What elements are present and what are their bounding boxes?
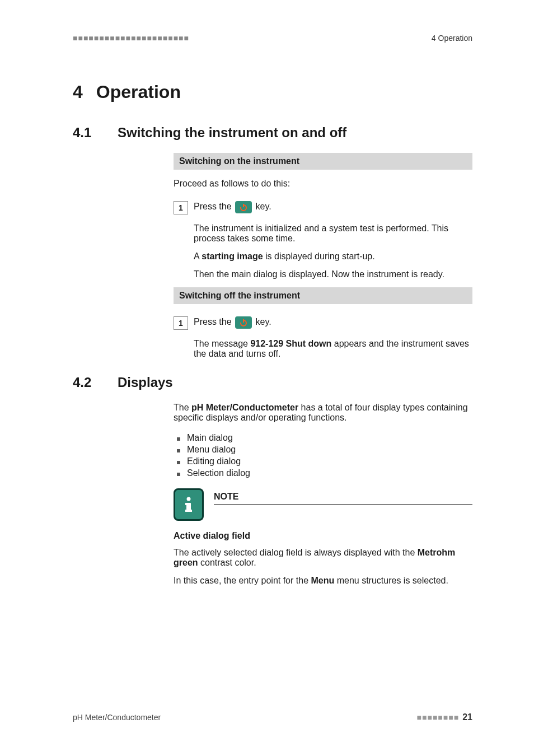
text-span: The message <box>194 339 250 348</box>
header-running-title: 4 Operation <box>432 34 472 43</box>
step-number-badge: 1 <box>174 201 188 214</box>
note-title: NOTE <box>214 492 472 502</box>
note-subhead: Active dialog field <box>174 531 472 541</box>
list-item: Main dialog <box>174 433 472 443</box>
switch-off-result-p1: The message 912-129 Shut down appears an… <box>194 339 472 359</box>
svg-point-4 <box>187 497 191 501</box>
step-text-post: key. <box>253 317 271 326</box>
switch-off-result: The message 912-129 Shut down appears an… <box>194 339 472 359</box>
list-item: Selection dialog <box>174 468 472 478</box>
svg-rect-6 <box>185 503 189 505</box>
step-text-post: key. <box>253 202 271 211</box>
bold-span: pH Meter/Conductometer <box>191 403 298 412</box>
note-paragraph-1: The actively selected dialog field is al… <box>174 548 472 568</box>
section-4-1-heading: 4.1Switching the instrument on and off <box>73 125 472 141</box>
section-title: Displays <box>118 375 173 390</box>
section-4-2-heading: 4.2Displays <box>73 375 472 390</box>
text-span: The actively selected dialog field is al… <box>174 548 418 557</box>
chapter-heading: 4Operation <box>73 82 472 102</box>
note-paragraph-2: In this case, the entry point for the Me… <box>174 576 472 586</box>
running-header: ■■■■■■■■■■■■■■■■■■■■■■ 4 Operation <box>73 34 472 43</box>
page-footer: pH Meter/Conductometer ■■■■■■■■ 21 <box>73 712 472 722</box>
step-text-pre: Press the <box>194 202 234 211</box>
power-icon <box>235 201 252 213</box>
section-number: 4.2 <box>73 375 118 390</box>
display-types-list: Main dialog Menu dialog Editing dialog S… <box>174 433 472 478</box>
page-number: 21 <box>462 712 472 722</box>
chapter-title: Operation <box>96 82 181 102</box>
switch-on-step-1: 1 Press the key. <box>174 201 472 213</box>
bold-span: 912-129 Shut down <box>250 339 331 348</box>
text-span: is displayed during start-up. <box>263 251 375 261</box>
switch-on-result-p3: Then the main dialog is displayed. Now t… <box>194 269 472 279</box>
chapter-number: 4 <box>73 82 83 102</box>
step-text-pre: Press the <box>194 317 234 326</box>
task-banner-switch-on: Switching on the instrument <box>174 153 472 170</box>
text-span: A <box>194 251 202 261</box>
switch-on-result: The instrument is initialized and a syst… <box>194 223 472 279</box>
switch-off-step-1-line: Press the key. <box>194 316 472 329</box>
task-banner-switch-off: Switching off the instrument <box>174 287 472 304</box>
section-title: Switching the instrument on and off <box>118 125 346 140</box>
switch-on-result-p1: The instrument is initialized and a syst… <box>194 223 472 244</box>
section-number: 4.1 <box>73 125 118 141</box>
note-block: NOTE Active dialog field The actively se… <box>174 488 472 586</box>
switch-on-intro: Proceed as follows to do this: <box>174 179 472 189</box>
text-span: In this case, the entry point for the <box>174 576 311 585</box>
bold-span: Menu <box>311 576 334 585</box>
list-item: Menu dialog <box>174 445 472 455</box>
note-divider <box>214 504 472 505</box>
switch-on-result-p2: A starting image is displayed during sta… <box>194 251 472 262</box>
list-item: Editing dialog <box>174 456 472 466</box>
text-span: The <box>174 403 191 412</box>
power-icon <box>235 316 252 329</box>
step-number-badge: 1 <box>174 316 188 330</box>
text-span: menu structures is selected. <box>334 576 448 585</box>
bold-span: starting image <box>202 251 263 261</box>
svg-rect-7 <box>185 510 192 512</box>
footer-product-name: pH Meter/Conductometer <box>73 713 161 722</box>
footer-dashes: ■■■■■■■■ <box>417 713 460 722</box>
info-icon <box>174 488 204 521</box>
switch-off-step-1: 1 Press the key. <box>174 316 472 329</box>
header-dashes-left: ■■■■■■■■■■■■■■■■■■■■■■ <box>73 34 189 43</box>
switch-on-step-1-line: Press the key. <box>194 201 472 213</box>
text-span: contrast color. <box>198 558 256 567</box>
displays-intro: The pH Meter/Conductometer has a total o… <box>174 403 472 423</box>
